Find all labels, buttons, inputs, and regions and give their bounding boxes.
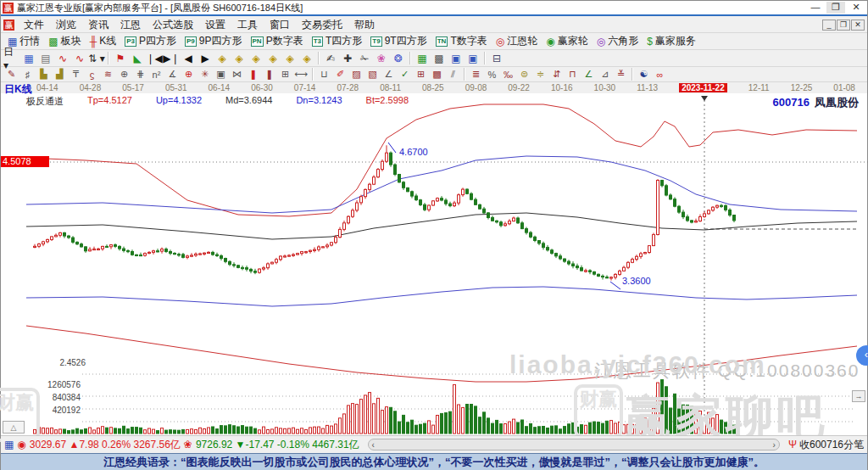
scroll-left-arrow[interactable]: ‹ <box>372 440 375 450</box>
draw-rays-icon[interactable]: ✐ <box>332 68 348 81</box>
hand-tool-icon[interactable]: ✍ <box>322 51 339 65</box>
draw-cup-icon[interactable]: ⊔ <box>316 68 332 81</box>
draw-angle-set-icon[interactable]: ≋ <box>100 68 116 81</box>
draw-slashes-icon[interactable]: ⫽ <box>445 68 461 81</box>
calendar-icon[interactable]: ▦ <box>414 51 431 65</box>
pane-expand-button[interactable]: △ <box>3 421 25 434</box>
p-table-button[interactable]: PNP数字表 <box>247 33 308 49</box>
minimize-button[interactable]: — <box>806 2 825 14</box>
zoom-all-icon[interactable]: ◈ <box>298 51 315 65</box>
draw-hash-icon[interactable]: ⋕ <box>132 68 148 81</box>
p-square-button[interactable]: P3P四方形 <box>120 33 181 49</box>
last-page-icon[interactable]: ▶❘ <box>163 51 180 65</box>
draw-grid-icon[interactable]: ♯ <box>19 68 36 81</box>
prev-bar-icon[interactable]: ◀ <box>180 51 197 65</box>
draw-grid4-icon[interactable]: ▩ <box>429 68 445 81</box>
chart-region[interactable]: 日K线 04-1404-2805-1705-3106-1406-3007-140… <box>1 82 867 435</box>
draw-angle-icon[interactable]: ∠ <box>381 68 397 81</box>
kline-chart-canvas[interactable] <box>1 93 868 435</box>
draw-bars2-icon[interactable]: ❚ <box>261 68 277 81</box>
draw-n2-icon[interactable]: n² <box>148 68 164 81</box>
shanghai-index-quote[interactable]: 3029.67 ▲7.98 0.26% 3267.56亿 <box>30 438 181 452</box>
volume-scroll-button[interactable]: → <box>852 390 865 402</box>
zoom-out-icon[interactable]: ◈ <box>264 51 281 65</box>
draw-gold1-icon[interactable]: ⊜ <box>516 68 532 81</box>
winner-wheel-button[interactable]: ◉赢家轮 <box>542 33 592 49</box>
quote-grid-icon[interactable]: ▦ <box>4 439 14 450</box>
chart-window-icon[interactable]: ▦ <box>20 51 37 65</box>
draw-tower2-icon[interactable]: ▟ <box>52 68 68 81</box>
kline-button[interactable]: ╫K线 <box>86 33 121 49</box>
t9-square-button[interactable]: T99T四方形 <box>366 33 431 49</box>
draw-grid2-icon[interactable]: ⊞ <box>277 68 293 81</box>
shenzhen-index-quote[interactable]: 9726.92 ▼-17.47 -0.18% 4467.31亿 <box>196 438 359 452</box>
zoom-in-icon[interactable]: ◈ <box>248 51 264 65</box>
trend-line-icon[interactable]: ∿ <box>54 51 71 65</box>
draw-permille-icon[interactable]: ‰ <box>500 68 516 81</box>
mdi-close-button[interactable]: ✕ <box>851 20 865 31</box>
mdi-minimize-button[interactable]: _ <box>822 20 836 31</box>
draw-tower1-icon[interactable]: ▙ <box>36 68 52 81</box>
draw-grid3-icon[interactable]: ⊞ <box>413 68 429 81</box>
first-page-icon[interactable]: ❘◀ <box>146 51 163 65</box>
tick-feed-label[interactable]: 收600716分笔 <box>799 438 864 452</box>
hexagon-button[interactable]: ◎六角形 <box>593 33 643 49</box>
draw-star-icon[interactable]: ✳ <box>197 68 213 81</box>
crosshair-tool-icon[interactable]: ✚ <box>339 51 356 65</box>
gann-wheel-button[interactable]: ◎江恩轮 <box>492 33 542 49</box>
draw-percent-icon[interactable]: % <box>484 68 500 81</box>
menu-item-7[interactable]: 窗口 <box>264 17 296 33</box>
draw-angle2-icon[interactable]: ∠ <box>581 68 597 81</box>
taiji-icon[interactable]: ☯ <box>636 68 652 81</box>
menu-item-5[interactable]: 设置 <box>199 17 231 33</box>
draw-lines-icon[interactable]: ≣ <box>468 68 484 81</box>
menu-item-2[interactable]: 资讯 <box>82 17 114 33</box>
draw-spiral-icon[interactable]: ϛ <box>84 68 100 81</box>
draw-compass-icon[interactable]: ⊕ <box>116 68 132 81</box>
zoom-right-icon[interactable]: ◈ <box>231 51 248 65</box>
spiral-tool-icon[interactable]: ❂ <box>390 51 407 65</box>
draw-check-icon[interactable]: ✓ <box>397 68 413 81</box>
candle-style-icon[interactable]: ⇅ ▾ <box>88 51 105 65</box>
menu-item-1[interactable]: 浏览 <box>50 17 82 33</box>
draw-gate-icon[interactable]: ⊓ <box>565 68 581 81</box>
menu-item-0[interactable]: 文件 <box>18 17 50 33</box>
truck-icon[interactable]: ⊟ <box>488 51 505 65</box>
draw-bars1-icon[interactable]: ❚ <box>245 68 261 81</box>
menu-item-8[interactable]: 交易委托 <box>296 17 348 33</box>
winner-service-button[interactable]: $赢家服务 <box>643 33 700 49</box>
zoom-fit-icon[interactable]: ◈ <box>281 51 298 65</box>
infinity-icon[interactable]: ∞ <box>652 68 668 81</box>
draw-box-icon[interactable]: ▣ <box>213 68 229 81</box>
draw-pen-icon[interactable]: ✎ <box>3 68 19 81</box>
info-card-icon[interactable]: ▤ <box>37 51 54 65</box>
maximize-button[interactable]: ❐ <box>826 2 845 14</box>
draw-shade1-icon[interactable]: ▨ <box>348 68 364 81</box>
calculator-icon[interactable]: ▩ <box>431 51 448 65</box>
mdi-restore-button[interactable]: ❐ <box>837 20 850 31</box>
next-bar-icon[interactable]: ▶ <box>197 51 214 65</box>
draw-tbar-icon[interactable]: ₸ <box>68 68 84 81</box>
t-square-button[interactable]: T3T四方形 <box>308 33 367 49</box>
menu-item-6[interactable]: 工具 <box>231 17 264 33</box>
save-layout-icon[interactable]: ▣ <box>448 51 465 65</box>
draw-updown-icon[interactable]: ⇵ <box>548 68 565 81</box>
draw-harrow-icon[interactable]: ⟷ <box>293 68 309 81</box>
draw-wedge-icon[interactable]: ⊿ <box>597 68 613 81</box>
draw-bowtie-icon[interactable]: ⋈ <box>229 68 245 81</box>
flag-chart-icon[interactable]: ⚑ <box>112 51 129 65</box>
period-selector[interactable]: 日 ▾ <box>3 51 20 65</box>
menu-item-3[interactable]: 江恩 <box>114 17 147 33</box>
draw-shade2-icon[interactable]: ▧ <box>364 68 381 81</box>
menu-item-4[interactable]: 公式选股 <box>147 17 199 33</box>
p9-square-button[interactable]: P99P四方形 <box>181 33 246 49</box>
draw-protractor-icon[interactable]: ∡ <box>164 68 181 81</box>
close-button[interactable]: ✕ <box>847 2 865 14</box>
cut-tool-icon[interactable]: ✁ <box>356 51 373 65</box>
draw-steps-icon[interactable]: ≚ <box>613 68 629 81</box>
flower-tool-icon[interactable]: ❀ <box>373 51 390 65</box>
zoom-left-icon[interactable]: ◈ <box>214 51 231 65</box>
menu-item-9[interactable]: 帮助 <box>348 17 381 33</box>
sectors-button[interactable]: ▩板块 <box>44 33 85 49</box>
draw-gold2-icon[interactable]: ≑ <box>532 68 548 81</box>
